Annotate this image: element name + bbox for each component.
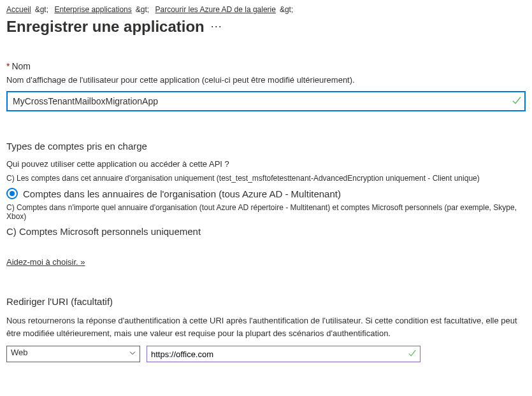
radio-selected-icon <box>6 188 18 199</box>
redirect-uri-input[interactable] <box>147 346 421 362</box>
more-menu-icon[interactable]: ··· <box>211 20 222 33</box>
name-description: Nom d'affichage de l'utilisateur pour ce… <box>6 75 526 85</box>
account-type-option-single-tenant[interactable]: C) Les comptes dans cet annuaire d'organ… <box>6 174 526 183</box>
breadcrumb-enterprise-apps[interactable]: Enterprise applications <box>54 5 131 14</box>
required-marker: * <box>6 61 10 71</box>
account-type-option-personal[interactable]: C) Comptes Microsoft personnels uniqueme… <box>6 226 526 237</box>
help-me-choose-link[interactable]: Aidez-moi à choisir. » <box>6 257 85 267</box>
breadcrumb-home[interactable]: Accueil <box>6 5 31 14</box>
breadcrumb-sep: &gt; <box>280 5 293 14</box>
app-name-input[interactable] <box>6 91 526 111</box>
breadcrumb: Accueil&gt; Enterprise applications&gt; … <box>6 5 526 14</box>
redirect-uri-heading: Rediriger l'URI (facultatif) <box>6 296 526 307</box>
account-type-option-multitenant-desc: C) Comptes dans n'importe quel annuaire … <box>6 203 526 221</box>
account-types-section: Types de comptes pris en charge Qui pouv… <box>6 141 526 267</box>
name-label-text: Nom <box>11 61 31 71</box>
breadcrumb-sep: &gt; <box>136 5 149 14</box>
redirect-uri-section: Rediriger l'URI (facultatif) Nous retour… <box>6 296 526 362</box>
platform-select[interactable]: Web <box>6 346 140 362</box>
breadcrumb-browse-gallery[interactable]: Parcourir les Azure AD de la galerie <box>155 5 276 14</box>
account-type-option-label: Comptes dans les annuaires de l'organisa… <box>23 188 341 199</box>
account-type-option-multitenant[interactable]: Comptes dans les annuaires de l'organisa… <box>6 188 526 199</box>
page-title: Enregistrer une application <box>6 18 205 36</box>
redirect-uri-description: Nous retournerons la réponse d'authentif… <box>6 315 526 339</box>
account-types-question: Qui pouvez utiliser cette application ou… <box>6 159 526 169</box>
account-types-heading: Types de comptes pris en charge <box>6 141 526 152</box>
breadcrumb-sep: &gt; <box>35 5 48 14</box>
name-label: *Nom <box>6 61 526 71</box>
